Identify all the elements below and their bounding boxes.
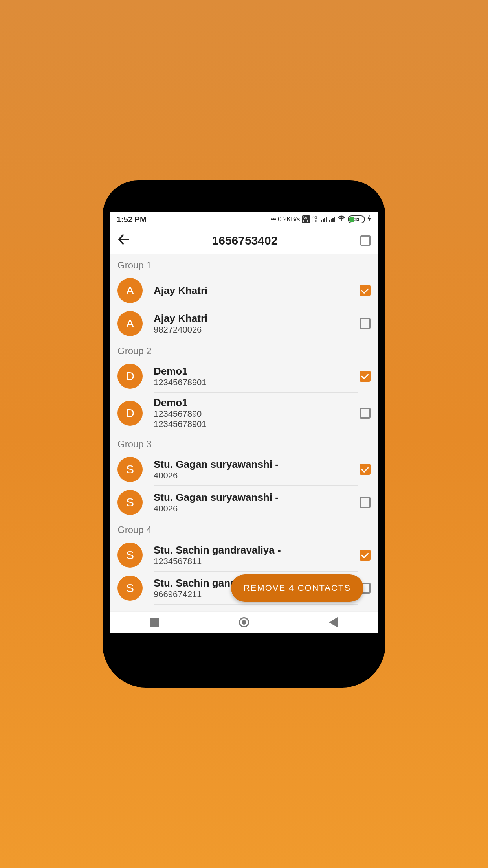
contact-info: Ajay Khatri xyxy=(154,285,360,297)
contact-info: Demo112345678901 xyxy=(154,365,360,388)
contact-name: Stu. Gagan suryawanshi - xyxy=(154,491,360,504)
avatar: S xyxy=(117,542,143,568)
contact-checkbox[interactable] xyxy=(360,464,371,475)
contact-phone: 1234567811 xyxy=(154,556,360,566)
phone-screen: 1:52 PM ••• 0.2KB/s VoLTE 4GLTE 33 xyxy=(110,212,378,633)
contact-info: Stu. Gagan suryawanshi -40026 xyxy=(154,458,360,481)
wifi-icon xyxy=(338,215,345,224)
status-right: ••• 0.2KB/s VoLTE 4GLTE 33 xyxy=(270,215,371,224)
status-time: 1:52 PM xyxy=(117,215,147,224)
contact-row[interactable]: SStu. Sachin gandravaliya -1234567811 xyxy=(110,539,378,572)
avatar: S xyxy=(117,490,143,515)
contact-phone: 40026 xyxy=(154,471,360,481)
contact-row[interactable]: DDemo1123456789012345678901 xyxy=(110,393,378,433)
contact-phone: 12345678901 xyxy=(154,377,360,388)
contact-checkbox[interactable] xyxy=(360,371,371,382)
back-button[interactable] xyxy=(329,617,338,627)
group-label: Group 2 xyxy=(110,340,378,360)
home-button[interactable] xyxy=(239,617,249,627)
contact-row[interactable]: SStu. Gagan suryawanshi -40026 xyxy=(110,453,378,486)
contact-name: Ajay Khatri xyxy=(154,313,360,325)
contact-info: Stu. Sachin gandravaliya -1234567811 xyxy=(154,544,360,566)
avatar: A xyxy=(117,278,143,303)
contact-name: Stu. Sachin gandravaliya - xyxy=(154,544,360,556)
volte-badge: VoLTE xyxy=(302,215,310,223)
status-speed: 0.2KB/s xyxy=(278,216,300,223)
contact-phone-2: 12345678901 xyxy=(154,419,360,429)
contact-checkbox[interactable] xyxy=(360,497,371,508)
contact-name: Stu. Gagan suryawanshi - xyxy=(154,458,360,471)
contact-checkbox[interactable] xyxy=(360,408,371,419)
contact-name: Demo1 xyxy=(154,397,360,409)
avatar: A xyxy=(117,311,143,336)
page-title: 1656753402 xyxy=(129,234,360,247)
charging-icon xyxy=(367,215,371,224)
status-bar: 1:52 PM ••• 0.2KB/s VoLTE 4GLTE 33 xyxy=(110,212,378,227)
group-label: Group 4 xyxy=(110,519,378,539)
contact-name: Ajay Khatri xyxy=(154,285,360,297)
contact-phone: 1234567890 xyxy=(154,409,360,419)
group-label: Group 1 xyxy=(110,254,378,274)
app-bar: 1656753402 xyxy=(110,227,378,254)
back-arrow-icon[interactable] xyxy=(117,234,129,247)
contact-checkbox[interactable] xyxy=(360,285,371,296)
signal-bars-icon-2 xyxy=(329,217,335,222)
avatar: S xyxy=(117,457,143,482)
android-nav-bar xyxy=(110,611,378,633)
contact-info: Demo1123456789012345678901 xyxy=(154,397,360,429)
contact-row[interactable]: AAjay Khatri xyxy=(110,274,378,307)
contact-info: Stu. Gagan suryawanshi -40026 xyxy=(154,491,360,514)
group-label: Group 3 xyxy=(110,433,378,453)
contact-row[interactable]: SStu. Gagan suryawanshi -40026 xyxy=(110,486,378,519)
contact-info: Ajay Khatri9827240026 xyxy=(154,313,360,335)
contact-row[interactable]: AAjay Khatri9827240026 xyxy=(110,307,378,340)
select-all-checkbox[interactable] xyxy=(360,235,371,246)
contact-checkbox[interactable] xyxy=(360,318,371,329)
contact-checkbox[interactable] xyxy=(360,550,371,561)
contact-row[interactable]: DDemo112345678901 xyxy=(110,360,378,393)
remove-contacts-button[interactable]: REMOVE 4 CONTACTS xyxy=(231,574,363,602)
net-4g-icon: 4GLTE xyxy=(312,216,319,223)
battery-icon: 33 xyxy=(348,215,365,223)
contact-phone: 9827240026 xyxy=(154,325,360,335)
contact-name: Demo1 xyxy=(154,365,360,377)
avatar: D xyxy=(117,401,143,426)
avatar: S xyxy=(117,576,143,601)
avatar: D xyxy=(117,364,143,389)
more-dots-icon: ••• xyxy=(270,215,275,224)
contact-list[interactable]: Group 1AAjay KhatriAAjay Khatri982724002… xyxy=(110,254,378,611)
contact-phone: 40026 xyxy=(154,504,360,514)
phone-frame: 1:52 PM ••• 0.2KB/s VoLTE 4GLTE 33 xyxy=(103,180,385,688)
recent-apps-button[interactable] xyxy=(150,618,159,627)
signal-bars-icon xyxy=(321,217,327,222)
